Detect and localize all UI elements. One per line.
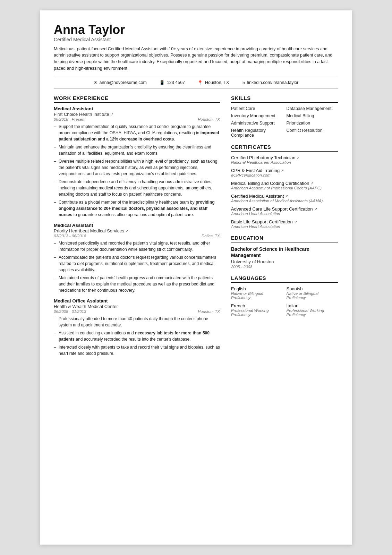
edu-degree: Bachelor of Science in Healthcare Manage… [231,246,338,258]
job-1-dates: 08/2018 - Present [54,117,85,121]
certificates-heading: CERTIFICATES [231,144,338,152]
skills-grid: Patient Care Database Management Invento… [231,106,338,138]
job-3-bullet-3: Interacted closely with patients to take… [54,344,220,357]
job-1-company: First Choice Health Institute ↗ [54,112,220,117]
candidate-name: Anna Taylor [54,23,338,37]
cert-2-org: eCPRcertification.com [231,173,338,177]
work-experience-heading: WORK EXPERIENCE [54,95,220,103]
skills-section: SKILLS Patient Care Database Management … [231,95,338,138]
cert-6: Basic Life Support Certification ↗ Ameri… [231,219,338,229]
cert-4-name: Certified Medical Assistant ↗ [231,194,338,199]
job-1-bullet-2: Maintain and enhance the organization's … [54,144,220,156]
job-2-title: Medical Assistant [54,223,220,228]
skill-8: Conflict Resolution [286,128,338,138]
certificates-section: CERTIFICATES Certified Phlebotomy Techni… [231,144,338,229]
cert-2-link-icon[interactable]: ↗ [281,169,284,172]
job-1-location: Houston, TX [198,117,220,121]
cert-3: Medical Billing and Coding Certification… [231,181,338,190]
lang-french-name: French [231,303,283,308]
cert-6-link-icon[interactable]: ↗ [294,220,297,224]
right-column: SKILLS Patient Care Database Management … [231,95,338,361]
job-3-dates: 06/2008 - 01/2013 [54,309,86,314]
job-1-bullet-5: Contribute as a pivotal member of the in… [54,199,220,218]
skill-4: Medical Billing [286,113,338,118]
job-3-location: Houston, TX [198,309,220,314]
cert-1-name: Certified Phlebotomy Technician ↗ [231,155,338,160]
cert-6-org: American Heart Association [231,224,338,229]
job-1-link-icon[interactable]: ↗ [111,112,113,116]
lang-english-name: English [231,286,283,291]
skill-5: Administrative Support [231,121,283,126]
job-1-company-name: First Choice Health Institute [54,112,109,117]
job-2-company-name: Priority Heartbeat Medical Services [54,228,124,233]
job-2-link-icon[interactable]: ↗ [126,229,128,233]
job-3-company: Health & Wealth Medical Center [54,304,220,309]
location-icon: 📍 [197,80,203,85]
lang-italian-name: Italian [286,303,338,308]
lang-spanish: Spanish Native or Bilingual Proficiency [286,286,338,300]
languages-heading: LANGUAGES [231,275,338,283]
linkedin-contact: in linkedin.com/in/anna.taylor [241,80,298,85]
job-2-dates: 03/2013 - 06/2018 [54,234,86,238]
cert-5: Advanced Care Life Support Certification… [231,206,338,216]
job-1-title: Medical Assistant [54,106,220,111]
education-heading: EDUCATION [231,235,338,242]
job-3-meta: 06/2008 - 01/2013 Houston, TX [54,309,220,314]
candidate-title: Certified Medical Assistant [54,37,338,42]
skills-heading: SKILLS [231,95,338,103]
lang-spanish-level: Native or Bilingual Proficiency [286,291,338,300]
skill-2: Database Management [286,106,338,111]
linkedin-icon: in [241,80,245,85]
contact-bar: ✉ anna@novoresume.com 📱 123 4567 📍 Houst… [54,77,338,89]
job-3-title: Medical Office Assistant [54,298,220,304]
email-contact: ✉ anna@novoresume.com [94,80,147,85]
main-content: WORK EXPERIENCE Medical Assistant First … [54,95,338,361]
edu-school: University of Houston [231,259,338,264]
job-1-bullet-4: Demonstrate independence and efficiency … [54,179,220,197]
summary-text: Meticulous, patient-focused Certified Me… [54,46,338,72]
cert-5-link-icon[interactable]: ↗ [314,207,317,211]
edu-years: 2005 - 2008 [231,265,338,269]
phone-icon: 📱 [159,80,165,85]
education-section: EDUCATION Bachelor of Science in Healthc… [231,235,338,269]
job-1-meta: 08/2018 - Present Houston, TX [54,117,220,121]
cert-4-org: American Association of Medical Assistan… [231,199,338,203]
skill-3: Inventory Management [231,113,283,118]
cert-4-link-icon[interactable]: ↗ [285,194,288,198]
skill-7: Health Regulatory Compliance [231,128,283,138]
cert-3-link-icon[interactable]: ↗ [310,181,313,185]
job-1-bullet-3: Oversee multiple related responsibilitie… [54,158,220,177]
location-contact: 📍 Houston, TX [197,80,229,85]
lang-italian-level: Professional Working Proficiency [286,308,338,317]
job-2-meta: 03/2013 - 06/2018 Dallas, TX [54,234,220,238]
linkedin-value: linkedin.com/in/anna.taylor [247,80,298,85]
skill-1: Patient Care [231,106,283,111]
job-1: Medical Assistant First Choice Health In… [54,106,220,218]
languages-grid: English Native or Bilingual Proficiency … [231,286,338,317]
cert-3-org: American Academy of Professional Coders … [231,186,338,190]
job-3: Medical Office Assistant Health & Wealth… [54,298,220,357]
email-value: anna@novoresume.com [100,80,147,85]
skill-6: Prioritization [286,121,338,126]
lang-english-level: Native or Bilingual Proficiency [231,291,283,300]
cert-1: Certified Phlebotomy Technician ↗ Nation… [231,155,338,164]
job-3-bullet-1: Professionally attended to more than 40 … [54,316,220,328]
resume: Anna Taylor Certified Medical Assistant … [40,10,352,545]
cert-5-org: American Heart Association [231,212,338,216]
job-2: Medical Assistant Priority Heartbeat Med… [54,223,220,293]
job-3-company-name: Health & Wealth Medical Center [54,304,118,309]
location-value: Houston, TX [205,80,229,85]
lang-french-level: Professional Working Proficiency [231,308,283,317]
job-1-bullets: Support the implementation of quality as… [54,123,220,218]
job-3-bullet-2: Assisted in conducting examinations and … [54,330,220,342]
phone-value: 123 4567 [167,80,185,85]
lang-italian: Italian Professional Working Proficiency [286,303,338,317]
job-3-bullets: Professionally attended to more than 40 … [54,316,220,357]
lang-english: English Native or Bilingual Proficiency [231,286,283,300]
header-section: Anna Taylor Certified Medical Assistant … [54,23,338,72]
cert-2-name: CPR & First Aid Training ↗ [231,168,338,173]
cert-1-link-icon[interactable]: ↗ [297,156,299,160]
job-2-bullet-2: Accommodated the patient's and doctor's … [54,254,220,273]
lang-spanish-name: Spanish [286,286,338,291]
job-2-location: Dallas, TX [202,234,220,238]
